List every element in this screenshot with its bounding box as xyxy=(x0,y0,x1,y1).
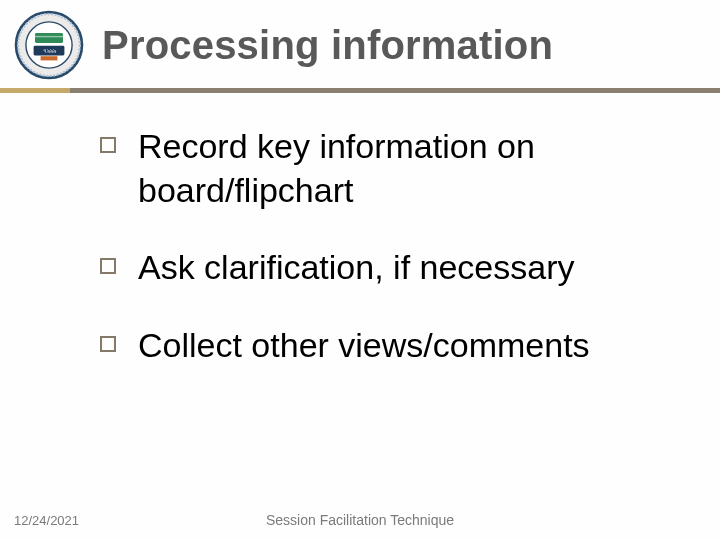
square-bullet-icon xyxy=(100,336,116,352)
header: ৭৯৯৯ Processing information xyxy=(0,0,720,88)
underline-accent xyxy=(0,88,70,93)
svg-point-2 xyxy=(26,22,72,68)
bullet-text: Ask clarification, if necessary xyxy=(138,246,575,290)
footer-title: Session Facilitation Technique xyxy=(0,512,720,528)
footer: 12/24/2021 Session Facilitation Techniqu… xyxy=(0,512,720,528)
square-bullet-icon xyxy=(100,258,116,274)
svg-rect-4 xyxy=(35,36,63,37)
slide: ৭৯৯৯ Processing information Record key i… xyxy=(0,0,720,540)
list-item: Ask clarification, if necessary xyxy=(100,246,690,290)
bullet-text: Collect other views/comments xyxy=(138,324,590,368)
underline-main xyxy=(70,88,720,93)
bullet-text: Record key information on board/flipchar… xyxy=(138,125,690,212)
list-item: Record key information on board/flipchar… xyxy=(100,125,690,212)
title-underline xyxy=(0,88,720,93)
content-area: Record key information on board/flipchar… xyxy=(0,93,720,367)
svg-rect-3 xyxy=(35,33,63,43)
emblem-icon: ৭৯৯৯ xyxy=(10,10,88,80)
logo-emblem: ৭৯৯৯ xyxy=(10,10,88,80)
footer-date: 12/24/2021 xyxy=(14,513,79,528)
svg-rect-7 xyxy=(41,56,58,60)
square-bullet-icon xyxy=(100,137,116,153)
svg-text:৭৯৯৯: ৭৯৯৯ xyxy=(43,47,57,54)
list-item: Collect other views/comments xyxy=(100,324,690,368)
slide-title: Processing information xyxy=(102,23,553,68)
